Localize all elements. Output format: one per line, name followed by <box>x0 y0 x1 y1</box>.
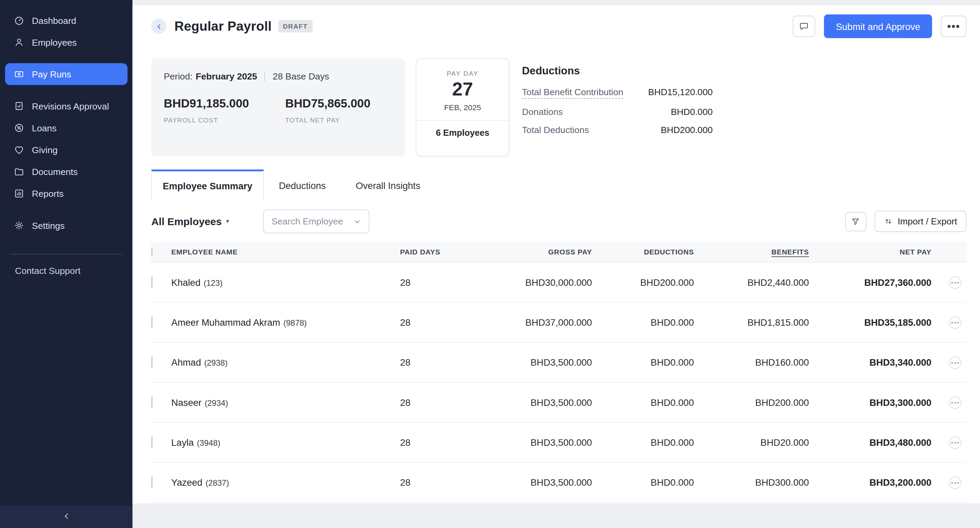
gross-pay-cell: BHD3,500.000 <box>467 477 592 488</box>
comments-button[interactable] <box>793 16 815 37</box>
benefits-cell: BHD300.000 <box>694 477 809 488</box>
net-pay-cell: BHD35,185.000 <box>809 317 931 327</box>
sidebar-item-revisions-approval[interactable]: Revisions Approval <box>5 95 127 117</box>
gross-pay-cell: BHD37,000.000 <box>467 317 592 327</box>
employee-name: Naseer <box>171 397 202 408</box>
dashboard-icon <box>14 15 24 26</box>
sidebar-item-loans[interactable]: Loans <box>5 117 127 139</box>
sidebar-item-label: Reports <box>32 188 64 198</box>
table-header-row: EMPLOYEE NAME PAID DAYS GROSS PAY DEDUCT… <box>151 242 967 262</box>
employee-filter-label: All Employees <box>151 215 222 228</box>
tab-overall-insights[interactable]: Overall Insights <box>340 169 436 201</box>
deduction-label: Total Deductions <box>522 125 589 135</box>
col-header-deductions: DEDUCTIONS <box>592 248 694 256</box>
contact-support-link[interactable]: Contact Support <box>0 266 133 276</box>
benefits-cell: BHD1,815.000 <box>694 317 809 327</box>
sidebar-item-documents[interactable]: Documents <box>5 161 127 182</box>
loans-icon <box>14 123 24 133</box>
deduction-row: Total Deductions BHD200.000 <box>522 125 713 135</box>
total-net-pay-value: BHD75,865.000 <box>285 97 370 110</box>
import-export-label: Import / Export <box>897 216 957 226</box>
employee-name: Yazeed <box>171 477 202 488</box>
chevron-down-icon <box>353 217 361 225</box>
benefits-cell: BHD160.000 <box>694 357 809 368</box>
gross-pay-cell: BHD30,000.000 <box>467 277 592 287</box>
import-export-button[interactable]: Import / Export <box>875 211 967 232</box>
table-row[interactable]: Naseer(2934) 28 BHD3,500.000 BHD0.000 BH… <box>151 383 967 423</box>
base-days: 28 Base Days <box>273 71 329 81</box>
deductions-cell: BHD0.000 <box>592 477 694 488</box>
more-options-button[interactable]: ••• <box>941 16 966 37</box>
sidebar-item-pay-runs[interactable]: Pay Runs <box>5 63 127 85</box>
select-all-checkbox[interactable] <box>151 247 153 257</box>
row-checkbox[interactable] <box>151 276 153 288</box>
deductions-cell: BHD0.000 <box>592 357 694 368</box>
net-pay-cell: BHD3,200.000 <box>809 477 931 488</box>
submit-approve-button[interactable]: Submit and Approve <box>824 14 932 38</box>
row-more-button[interactable]: ••• <box>949 316 962 329</box>
search-employee-select[interactable]: Search Employee <box>263 209 370 233</box>
filter-button[interactable] <box>845 212 866 231</box>
tab-employee-summary[interactable]: Employee Summary <box>151 169 264 201</box>
row-checkbox[interactable] <box>151 316 153 329</box>
sidebar-item-employees[interactable]: Employees <box>5 31 127 53</box>
table-row[interactable]: Khaled(123) 28 BHD30,000.000 BHD200.000 … <box>151 263 967 303</box>
period-label: Period: <box>164 71 192 81</box>
import-export-icon <box>884 217 893 226</box>
table-actions: Import / Export <box>845 211 966 232</box>
tab-deductions[interactable]: Deductions <box>264 169 341 201</box>
row-more-button[interactable]: ••• <box>949 396 962 408</box>
employee-id: (2934) <box>205 399 228 408</box>
period-summary-card: Period: February 2025 28 Base Days BHD91… <box>151 58 405 156</box>
settings-icon <box>14 220 24 231</box>
row-checkbox[interactable] <box>151 477 153 488</box>
row-more-button[interactable]: ••• <box>949 436 962 449</box>
sidebar-item-giving[interactable]: Giving <box>5 139 127 161</box>
pay-day-number: 27 <box>416 80 509 99</box>
row-more-button[interactable]: ••• <box>949 356 962 369</box>
sidebar-item-dashboard[interactable]: Dashboard <box>5 9 127 31</box>
employee-name: Ameer Muhammad Akram <box>171 317 280 327</box>
row-more-button[interactable]: ••• <box>949 476 962 489</box>
funnel-icon <box>851 217 860 226</box>
sidebar-item-settings[interactable]: Settings <box>5 215 127 236</box>
table-row[interactable]: Ameer Muhammad Akram(9878) 28 BHD37,000.… <box>151 303 967 343</box>
back-button[interactable] <box>151 19 166 34</box>
deductions-cell: BHD0.000 <box>592 437 694 448</box>
col-header-paid-days: PAID DAYS <box>400 248 467 256</box>
deductions-cell: BHD200.000 <box>592 277 694 287</box>
payroll-cost-block: BHD91,185.000 PAYROLL COST <box>164 97 249 124</box>
employee-filter-dropdown[interactable]: All Employees ▾ <box>151 215 229 228</box>
sidebar-item-reports[interactable]: Reports <box>5 182 127 204</box>
chevron-left-icon <box>62 511 71 523</box>
employee-id: (2938) <box>204 358 228 367</box>
employee-count: 6 Employees <box>416 121 509 145</box>
row-checkbox[interactable] <box>151 356 153 368</box>
gross-pay-cell: BHD3,500.000 <box>467 437 592 448</box>
sidebar-item-label: Documents <box>32 167 77 177</box>
summary-amounts: BHD91,185.000 PAYROLL COST BHD75,865.000… <box>164 97 393 124</box>
employee-name: Ahmad <box>171 357 201 368</box>
period-line: Period: February 2025 28 Base Days <box>164 71 393 81</box>
table-row[interactable]: Yazeed(2837) 28 BHD3,500.000 BHD0.000 BH… <box>151 463 967 503</box>
documents-icon <box>14 166 24 177</box>
sidebar-item-label: Pay Runs <box>32 69 71 79</box>
net-pay-cell: BHD27,360.000 <box>809 277 931 287</box>
pay-day-date: FEB, 2025 <box>416 103 509 112</box>
chevron-left-icon <box>155 22 163 30</box>
col-header-benefits: BENEFITS <box>771 248 809 256</box>
table-row[interactable]: Ahmad(2938) 28 BHD3,500.000 BHD0.000 BHD… <box>151 343 967 383</box>
row-checkbox[interactable] <box>151 396 153 408</box>
payrun-detail-panel: Regular Payroll DRAFT Submit and Approve… <box>133 5 980 503</box>
benefits-cell: BHD2,440.000 <box>694 277 809 287</box>
ellipsis-icon: ••• <box>947 21 960 31</box>
deduction-row: Total Benefit Contribution BHD15,120.000 <box>522 87 713 99</box>
row-checkbox[interactable] <box>151 437 153 448</box>
employee-id: (9878) <box>283 318 307 327</box>
main-area: Regular Payroll DRAFT Submit and Approve… <box>133 0 980 528</box>
row-more-button[interactable]: ••• <box>949 276 962 289</box>
sidebar-collapse-button[interactable] <box>0 506 133 528</box>
net-pay-cell: BHD3,300.000 <box>809 397 931 408</box>
paid-days-cell: 28 <box>400 357 467 368</box>
table-row[interactable]: Layla(3948) 28 BHD3,500.000 BHD0.000 BHD… <box>151 423 967 463</box>
